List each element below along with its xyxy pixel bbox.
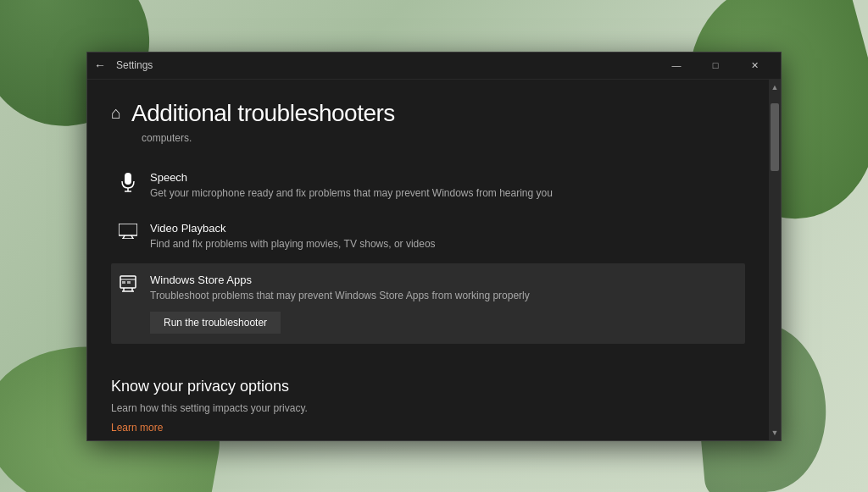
close-button[interactable]: ✕: [735, 52, 774, 79]
video-title: Video Playback: [150, 222, 738, 235]
speech-title: Speech: [150, 171, 738, 184]
window-controls: — □ ✕: [657, 52, 774, 79]
minimize-button[interactable]: —: [657, 52, 696, 79]
video-desc: Find and fix problems with playing movie…: [150, 237, 738, 252]
video-content: Video Playback Find and fix problems wit…: [150, 222, 738, 252]
windows-store-item[interactable]: Windows Store Apps Troubleshoot problems…: [111, 263, 745, 344]
scroll-thumb[interactable]: [771, 103, 779, 171]
page-header: ⌂ Additional troubleshooters: [111, 100, 745, 127]
video-playback-item[interactable]: Video Playback Find and fix problems wit…: [111, 212, 745, 262]
privacy-section: Know your privacy options Learn how this…: [111, 364, 745, 434]
store-desc: Troubleshoot problems that may prevent W…: [150, 289, 738, 303]
speech-desc: Get your microphone ready and fix proble…: [150, 186, 738, 201]
svg-rect-0: [125, 173, 131, 185]
scrollbar[interactable]: ▲ ▼: [769, 80, 781, 440]
monitor-icon: [118, 224, 138, 243]
maximize-button[interactable]: □: [696, 52, 735, 79]
svg-rect-9: [122, 281, 125, 284]
settings-window: ← Settings — □ ✕ ⌂ Additional troublesho…: [86, 52, 782, 441]
window-title: Settings: [116, 59, 657, 71]
store-title: Windows Store Apps: [150, 274, 738, 286]
home-icon: ⌂: [111, 103, 121, 123]
svg-rect-3: [119, 224, 137, 235]
scroll-up-arrow[interactable]: ▲: [769, 80, 781, 95]
svg-rect-10: [127, 281, 131, 284]
learn-more-link[interactable]: Learn more: [111, 422, 163, 434]
back-button[interactable]: ←: [94, 58, 106, 72]
store-icon: [118, 275, 138, 296]
scroll-down-arrow[interactable]: ▼: [769, 425, 781, 440]
titlebar: ← Settings — □ ✕: [87, 53, 781, 80]
store-content: Windows Store Apps Troubleshoot problems…: [150, 274, 738, 334]
scroll-track[interactable]: [769, 95, 781, 425]
privacy-desc: Learn how this setting impacts your priv…: [111, 402, 745, 414]
privacy-title: Know your privacy options: [111, 378, 745, 395]
main-content: ⌂ Additional troubleshooters computers. …: [87, 80, 769, 440]
speech-content: Speech Get your microphone ready and fix…: [150, 171, 738, 201]
mic-icon: [118, 173, 138, 197]
speech-item[interactable]: Speech Get your microphone ready and fix…: [111, 161, 745, 211]
page-title: Additional troubleshooters: [131, 100, 395, 127]
run-troubleshooter-button[interactable]: Run the troubleshooter: [150, 312, 281, 334]
content-area: ⌂ Additional troubleshooters computers. …: [87, 80, 781, 440]
page-subtitle: computers.: [142, 132, 745, 144]
